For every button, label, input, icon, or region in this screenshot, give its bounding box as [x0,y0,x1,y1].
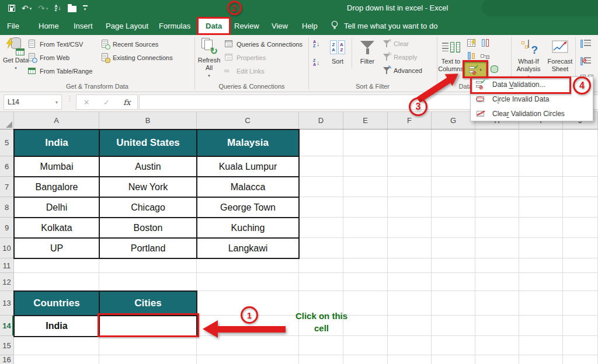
row-header-16[interactable]: 16 [0,355,14,364]
sort-ascending-icon[interactable]: AZ↓ [55,5,61,12]
cell-G9[interactable] [432,218,475,238]
cell-A14[interactable]: India [15,316,100,337]
column-header-C[interactable]: C [197,112,299,129]
cell-D12[interactable] [299,273,343,291]
tab-review[interactable]: Review [234,16,259,35]
row-header-11[interactable]: 11 [0,258,14,273]
cell-A16[interactable] [14,355,99,364]
cell-D6[interactable] [299,156,343,177]
cell-B9[interactable]: Boston [100,218,197,239]
recent-sources-button[interactable]: Recent Sources [100,40,158,49]
cell-A5[interactable]: India [15,130,100,157]
cell-F10[interactable] [388,238,432,258]
cell-B11[interactable] [99,258,197,273]
cell-I11[interactable] [519,258,563,273]
cell-C7[interactable]: Malacca [197,177,300,198]
cell-B5[interactable]: United States [100,130,197,157]
cell-E12[interactable] [343,273,388,291]
cell-J14[interactable] [563,316,598,336]
cell-F5[interactable] [388,130,432,156]
cell-D7[interactable] [299,177,343,197]
cell-H10[interactable] [475,238,519,258]
tab-data[interactable]: Data [197,17,231,35]
cell-I12[interactable] [519,273,563,291]
filter-button[interactable]: Filter [354,38,380,65]
cell-B15[interactable] [99,336,197,355]
cell-I16[interactable] [519,355,563,364]
column-header-A[interactable]: A [14,112,99,129]
refresh-all-button[interactable]: ↻ Refresh All ▾ [195,37,223,79]
row-header-9[interactable]: 9 [0,218,14,238]
cell-I5[interactable] [519,130,563,156]
cell-E11[interactable] [343,258,388,273]
sort-za-button[interactable]: ZA↓ [313,58,320,66]
cell-C10[interactable]: Langkawi [197,239,300,259]
tell-me-box[interactable]: Tell me what you want to do [331,16,437,35]
cell-B10[interactable]: Portland [100,239,197,259]
cell-A10[interactable]: UP [15,239,100,259]
from-text-csv-button[interactable]: From Text/CSV [27,40,83,49]
remove-duplicates-icon[interactable] [480,38,490,48]
cell-B16[interactable] [99,355,197,364]
cell-C16[interactable] [197,355,299,364]
cell-J13[interactable] [563,291,598,316]
cell-E5[interactable] [343,130,388,156]
cell-C6[interactable]: Kuala Lumpur [197,157,300,177]
cell-G14[interactable] [432,316,475,336]
cell-E7[interactable] [343,177,388,197]
row-header-13[interactable]: 13 [0,291,14,316]
cell-I9[interactable] [519,218,563,238]
reapply-button[interactable]: ↻ Reapply [383,53,417,61]
cell-J5[interactable] [563,130,598,156]
cell-J6[interactable] [563,156,598,177]
tab-home[interactable]: Home [39,16,59,35]
cell-E10[interactable] [343,238,388,258]
cell-F8[interactable] [388,197,432,218]
cell-C15[interactable] [197,336,299,355]
cell-D10[interactable] [299,238,343,258]
cell-B7[interactable]: New York [100,177,197,198]
menu-item-clear-validation-circles[interactable]: Clear Validation Circles [471,106,593,121]
cell-J11[interactable] [563,258,598,273]
open-folder-icon[interactable] [68,5,77,12]
cell-H6[interactable] [475,156,519,177]
row-header-5[interactable]: 5 [0,130,14,156]
text-to-columns-button[interactable]: Text to Columns [437,38,464,73]
cell-I6[interactable] [519,156,563,177]
flash-fill-icon[interactable] [466,38,476,48]
cell-H15[interactable] [475,336,519,355]
cell-I14[interactable] [519,316,563,336]
enter-icon[interactable]: ✓ [103,98,110,107]
cell-D9[interactable] [299,218,343,238]
get-data-button[interactable]: Get Data ▾ [2,37,30,72]
cell-H7[interactable] [475,177,519,197]
select-all-corner[interactable] [0,112,14,129]
row-header-7[interactable]: 7 [0,177,14,197]
cell-B12[interactable] [99,273,197,291]
cell-G7[interactable] [432,177,475,197]
cell-I10[interactable] [519,238,563,258]
existing-connections-button[interactable]: Existing Connections [100,53,173,62]
column-header-D[interactable]: D [299,112,343,129]
cell-C12[interactable] [197,273,299,291]
relationships-icon[interactable] [480,51,490,61]
cell-H12[interactable] [475,273,519,291]
cell-A11[interactable] [14,258,99,273]
cell-J15[interactable] [563,336,598,355]
cell-I13[interactable] [519,291,563,316]
cell-F6[interactable] [388,156,432,177]
cell-H5[interactable] [475,130,519,156]
cell-F12[interactable] [388,273,432,291]
cell-H8[interactable] [475,197,519,218]
clear-filter-button[interactable]: ✕ Clear [383,40,409,48]
cell-G11[interactable] [432,258,475,273]
cell-J12[interactable] [563,273,598,291]
cell-F15[interactable] [388,336,432,355]
cell-G16[interactable] [432,355,475,364]
cell-G12[interactable] [432,273,475,291]
cell-C9[interactable]: Kuching [197,218,300,239]
name-box[interactable]: L14 ▾ [4,94,62,110]
cell-F11[interactable] [388,258,432,273]
cell-C5[interactable]: Malaysia [197,130,300,157]
cell-F9[interactable] [388,218,432,238]
